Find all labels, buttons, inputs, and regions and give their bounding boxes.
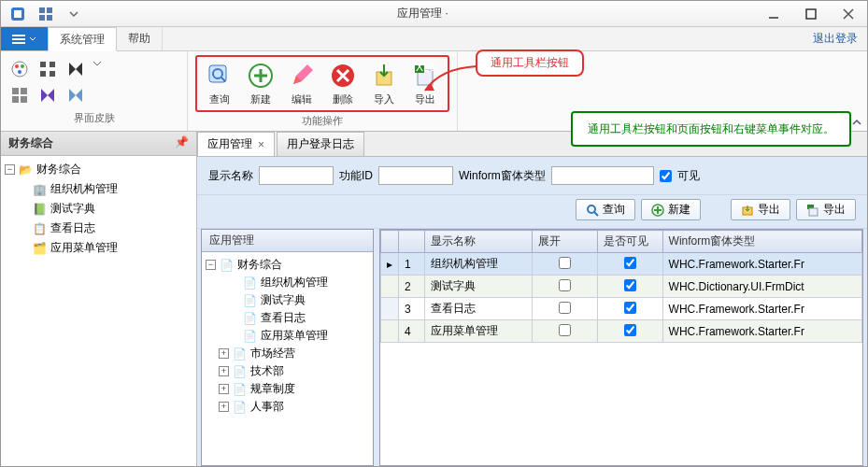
svg-rect-8 xyxy=(12,35,25,36)
table-row[interactable]: ▸1组织机构管理WHC.Framework.Starter.Fr xyxy=(381,253,862,276)
app-window: 应用管理 · 系统管理 帮助 退出登录 xyxy=(0,0,868,467)
lbl-func: 功能ID xyxy=(339,168,373,184)
tree-doc-icon: 📄 xyxy=(233,401,247,414)
vs-dark-icon[interactable] xyxy=(64,58,87,80)
callout: 通用工具栏按钮 xyxy=(476,50,584,77)
col-expand[interactable]: 展开 xyxy=(532,231,597,253)
qat-dropdown-icon[interactable] xyxy=(63,3,85,25)
document-area: 应用管理× 用户登录日志 显示名称 功能ID Winform窗体类型 可见 查询… xyxy=(197,132,867,466)
tree-doc-icon: 📄 xyxy=(243,276,257,290)
tree-doc-icon: 📄 xyxy=(220,259,234,272)
tree-pane: 应用管理 −📄财务综合 📄组织机构管理 📄测试字典 📄查看日志 📄应用菜单管理 … xyxy=(201,229,374,466)
doctab-appmgmt[interactable]: 应用管理× xyxy=(197,132,275,156)
vs-light-icon[interactable] xyxy=(64,84,87,106)
sidebar: 财务综合📌 −📂财务综合 🏢组织机构管理 📗测试字典 📋查看日志 🗂️应用菜单管… xyxy=(1,132,197,466)
close-tab-icon[interactable]: × xyxy=(258,138,264,151)
page-buttons: 查询 新建 导出 导出 xyxy=(197,195,867,229)
svg-rect-3 xyxy=(47,7,52,13)
nav-item-org[interactable]: 组织机构管理 xyxy=(50,181,118,197)
page-query-button[interactable]: 查询 xyxy=(576,199,635,220)
log-icon: 📋 xyxy=(33,222,47,235)
svg-rect-2 xyxy=(39,7,45,13)
nav-item-log[interactable]: 查看日志 xyxy=(50,220,95,236)
tab-help[interactable]: 帮助 xyxy=(117,27,163,50)
nav-item-dict[interactable]: 测试字典 xyxy=(50,201,95,217)
file-menu[interactable] xyxy=(1,27,48,50)
tree-doc-icon: 📄 xyxy=(233,365,247,378)
window-title: 应用管理 · xyxy=(91,6,755,21)
chk-visible[interactable] xyxy=(660,170,672,182)
tree-doc-icon: 📄 xyxy=(233,383,247,396)
minimize-button[interactable] xyxy=(755,2,792,26)
svg-rect-19 xyxy=(40,62,46,67)
edit-button[interactable]: 编辑 xyxy=(281,59,322,108)
svg-rect-7 xyxy=(806,9,816,19)
input-win[interactable] xyxy=(551,166,654,185)
svg-rect-1 xyxy=(14,10,21,18)
input-name[interactable] xyxy=(259,166,334,185)
app-tree[interactable]: −📄财务综合 📄组织机构管理 📄测试字典 📄查看日志 📄应用菜单管理 +📄市场经… xyxy=(202,252,373,465)
data-grid[interactable]: 显示名称 展开 是否可见 Winform窗体类型 ▸1组织机构管理WHC.Fra… xyxy=(380,230,862,465)
import-icon xyxy=(369,61,399,91)
svg-rect-17 xyxy=(12,96,19,103)
tree-doc-icon: 📄 xyxy=(233,347,247,361)
org-icon: 🏢 xyxy=(33,183,47,196)
input-func[interactable] xyxy=(378,166,453,185)
page-new-button[interactable]: 新建 xyxy=(641,199,701,220)
palette-icon[interactable] xyxy=(8,58,31,80)
col-winform[interactable]: Winform窗体类型 xyxy=(662,231,861,253)
page-export2-button[interactable]: 导出 xyxy=(796,199,856,220)
new-button[interactable]: 新建 xyxy=(240,59,281,108)
page-export1-button[interactable]: 导出 xyxy=(731,199,790,220)
app-icon xyxy=(7,3,29,25)
col-name[interactable]: 显示名称 xyxy=(425,231,533,253)
table-row[interactable]: 4应用菜单管理WHC.Framework.Starter.Fr xyxy=(381,320,862,343)
nav-tree[interactable]: −📂财务综合 🏢组织机构管理 📗测试字典 📋查看日志 🗂️应用菜单管理 xyxy=(1,156,196,466)
vs-icon[interactable] xyxy=(36,84,59,106)
lbl-name: 显示名称 xyxy=(208,168,253,184)
tree-doc-icon: 📄 xyxy=(243,312,257,325)
sidebar-title: 财务综合 xyxy=(8,135,53,151)
tab-system[interactable]: 系统管理 xyxy=(48,27,117,51)
plus-icon xyxy=(246,61,276,91)
svg-rect-20 xyxy=(50,62,55,67)
titlebar: 应用管理 · xyxy=(1,1,867,27)
dict-icon: 📗 xyxy=(33,203,47,216)
nav-root[interactable]: 财务综合 xyxy=(36,162,81,177)
svg-point-11 xyxy=(12,62,27,77)
delete-icon xyxy=(328,61,358,91)
group-dropdown-icon[interactable] xyxy=(92,59,102,68)
sidebar-pin-icon[interactable]: 📌 xyxy=(175,135,189,151)
close-button[interactable] xyxy=(830,2,867,26)
pencil-icon xyxy=(287,61,317,91)
search-icon xyxy=(205,61,235,91)
svg-rect-9 xyxy=(12,38,25,40)
expand-icon[interactable]: − xyxy=(5,164,15,175)
doctab-loginlog[interactable]: 用户登录日志 xyxy=(277,132,364,156)
delete-button[interactable]: 删除 xyxy=(322,59,363,108)
table-row[interactable]: 3查看日志WHC.Framework.Starter.Fr xyxy=(381,298,862,320)
lbl-win: Winform窗体类型 xyxy=(459,168,546,184)
col-visible[interactable]: 是否可见 xyxy=(597,231,662,253)
green-annotation: 通用工具栏按钮和页面按钮和右键菜单事件对应。 xyxy=(571,111,851,147)
grid-icon[interactable] xyxy=(36,58,59,80)
nav-item-menu[interactable]: 应用菜单管理 xyxy=(50,240,118,256)
import-button[interactable]: 导入 xyxy=(363,59,405,108)
logout-link[interactable]: 退出登录 xyxy=(804,27,867,50)
squares-icon[interactable] xyxy=(8,84,31,106)
svg-rect-10 xyxy=(12,42,25,44)
ribbon-collapse-icon[interactable] xyxy=(850,116,863,129)
svg-rect-15 xyxy=(12,88,19,94)
table-row[interactable]: 2测试字典WHC.Dictionary.UI.FrmDict xyxy=(381,276,862,298)
svg-rect-18 xyxy=(21,96,27,103)
svg-line-33 xyxy=(594,212,598,216)
lbl-visible: 可见 xyxy=(677,168,700,184)
grid-pane: 显示名称 展开 是否可见 Winform窗体类型 ▸1组织机构管理WHC.Fra… xyxy=(379,229,863,466)
svg-point-14 xyxy=(18,70,21,74)
query-button[interactable]: 查询 xyxy=(199,59,240,108)
callout-arrow xyxy=(421,63,487,100)
maximize-button[interactable] xyxy=(792,2,830,26)
body: 财务综合📌 −📂财务综合 🏢组织机构管理 📗测试字典 📋查看日志 🗂️应用菜单管… xyxy=(1,132,867,466)
qat-windows-icon[interactable] xyxy=(35,3,57,25)
svg-point-13 xyxy=(21,64,24,68)
